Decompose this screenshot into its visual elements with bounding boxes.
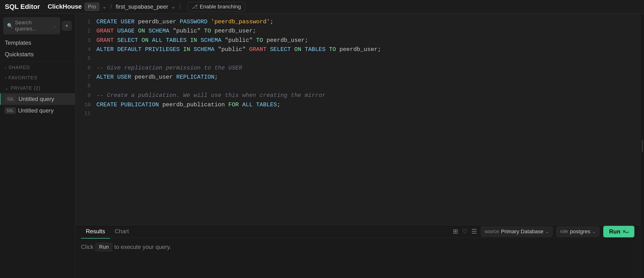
run-btn-label: Run — [609, 228, 620, 235]
query-label-2: Untitled query — [18, 107, 54, 114]
app-title: SQL Editor — [5, 3, 40, 10]
bottom-toolbar: ⊞ ♡ ☰ source Primary Database ⌄ role pos… — [453, 226, 634, 237]
section-private[interactable]: ⌄ PRIVATE (2) — [0, 83, 75, 93]
right-collapse-handle[interactable] — [640, 13, 644, 278]
code-line-1: 1 CREATE USER peerdb_user PASSWORD 'peer… — [75, 17, 640, 26]
grid-icon[interactable]: ⊞ — [453, 228, 458, 235]
code-editor[interactable]: 1 CREATE USER peerdb_user PASSWORD 'peer… — [75, 13, 640, 225]
separator2: / — [179, 3, 181, 10]
section-private-label: PRIVATE (2) — [10, 85, 40, 91]
role-label: role — [560, 229, 568, 234]
code-line-4: 4 ALTER DEFAULT PRIVILEGES IN SCHEMA "pu… — [75, 45, 640, 54]
section-shared-label: SHARED — [8, 65, 30, 70]
topbar: SQL Editor ClickHouse Pro ⌄ / first_supa… — [0, 0, 644, 13]
query-item-1[interactable]: SQL Untitled query — [0, 93, 75, 105]
sql-badge-1: SQL — [5, 96, 16, 102]
private-chevron-icon: ⌄ — [5, 86, 9, 91]
separator: / — [110, 3, 112, 10]
bottom-content: Click Run to execute your query. — [75, 238, 640, 256]
section-favorites-label: FAVORITES — [8, 75, 37, 81]
heart-icon[interactable]: ♡ — [462, 228, 468, 235]
main-layout: 🔍 Search queries... ⌄ + Templates Quicks… — [0, 13, 644, 278]
code-line-3: 3 GRANT SELECT ON ALL TABLES IN SCHEMA "… — [75, 36, 640, 45]
search-icon: 🔍 — [7, 23, 13, 29]
db-name: first_supabase_peer — [116, 3, 168, 10]
run-shortcut: ⌘↵ — [623, 229, 628, 235]
bottom-panel: Results Chart ⊞ ♡ ☰ source Primary Datab… — [75, 225, 640, 278]
section-favorites[interactable]: › FAVORITES — [0, 73, 75, 83]
sidebar-item-templates[interactable]: Templates — [0, 37, 75, 49]
code-line-11: 11 — [75, 109, 640, 119]
search-input[interactable]: 🔍 Search queries... ⌄ — [3, 17, 60, 34]
section-shared[interactable]: › SHARED — [0, 62, 75, 73]
code-line-9: 9 -- Create a publication. We will use t… — [75, 91, 640, 100]
role-selector[interactable]: role postgres ⌄ — [556, 227, 600, 237]
tab-chart-label: Chart — [115, 228, 129, 235]
add-icon: + — [65, 22, 68, 29]
divider1 — [0, 61, 75, 61]
run-button[interactable]: Run ⌘↵ — [603, 226, 634, 237]
role-chevron-icon: ⌄ — [592, 229, 596, 234]
code-line-8: 8 — [75, 82, 640, 91]
code-line-7: 7 ALTER USER peerdb_user REPLICATION; — [75, 73, 640, 82]
search-row: 🔍 Search queries... ⌄ + — [0, 13, 75, 37]
query-label-1: Untitled query — [18, 96, 54, 103]
search-chevron-icon: ⌄ — [53, 23, 56, 28]
code-line-2: 2 GRANT USAGE ON SCHEMA "public" TO peer… — [75, 26, 640, 36]
brand-chevron-icon[interactable]: ⌄ — [102, 3, 106, 10]
sidebar: 🔍 Search queries... ⌄ + Templates Quicks… — [0, 13, 75, 278]
code-line-10: 10 CREATE PUBLICATION peerdb_publication… — [75, 100, 640, 109]
shared-chevron-icon: › — [5, 65, 6, 70]
bottom-tabs-bar: Results Chart ⊞ ♡ ☰ source Primary Datab… — [75, 225, 640, 238]
right-panel: 1 CREATE USER peerdb_user PASSWORD 'peer… — [75, 13, 640, 278]
db-chevron-icon[interactable]: ⌄ — [171, 3, 176, 10]
code-line-5: 5 — [75, 54, 640, 63]
pro-badge: Pro — [84, 3, 99, 11]
source-value: Primary Database — [501, 228, 543, 235]
sql-badge-2: SQL — [5, 108, 16, 114]
sidebar-item-quickstarts-label: Quickstarts — [5, 51, 34, 58]
sidebar-item-templates-label: Templates — [5, 39, 31, 46]
add-query-button[interactable]: + — [62, 21, 72, 30]
enable-branching-button[interactable]: ⎇ Enable branching — [188, 2, 245, 11]
execute-text-after: to execute your query. — [114, 244, 171, 250]
branch-icon: ⎇ — [192, 3, 198, 10]
brand-name: ClickHouse — [48, 3, 82, 10]
source-chevron-icon: ⌄ — [546, 229, 549, 234]
search-placeholder: Search queries... — [15, 19, 51, 32]
edge-handle-bar — [642, 140, 643, 151]
source-selector[interactable]: source Primary Database ⌄ — [481, 227, 552, 237]
execute-run-label: Run — [99, 244, 109, 250]
code-line-6: 6 -- Give replication permission to the … — [75, 63, 640, 73]
tab-chart[interactable]: Chart — [110, 225, 134, 239]
favorites-chevron-icon: › — [5, 75, 6, 80]
query-item-2[interactable]: SQL Untitled query — [0, 105, 75, 116]
branch-btn-label: Enable branching — [200, 3, 241, 10]
sidebar-item-quickstarts[interactable]: Quickstarts — [0, 49, 75, 60]
source-label: source — [484, 229, 499, 234]
menu-icon[interactable]: ☰ — [472, 228, 477, 235]
execute-run-button[interactable]: Run — [96, 243, 112, 251]
execute-text-before: Click — [81, 244, 94, 250]
role-value: postgres — [570, 228, 590, 235]
tab-results[interactable]: Results — [81, 225, 110, 239]
tab-results-label: Results — [86, 228, 105, 235]
